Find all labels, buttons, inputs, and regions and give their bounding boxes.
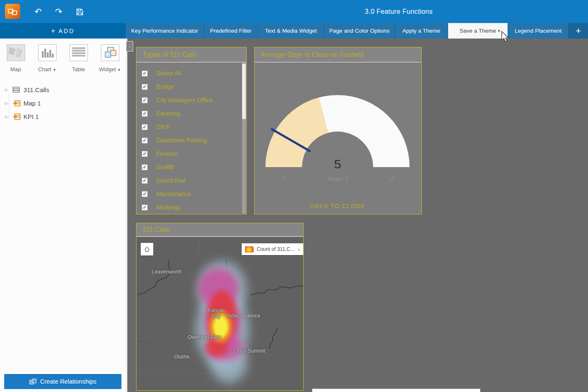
- undo-icon[interactable]: ↶: [31, 5, 45, 18]
- filter-item-markings[interactable]: ✓Markings: [137, 201, 242, 214]
- save-icon[interactable]: [73, 5, 86, 18]
- table-thumbnail: [70, 44, 88, 61]
- filter-item-label: Downtown Parking: [156, 137, 207, 144]
- map-element-icon: [13, 100, 23, 106]
- checkbox-checked[interactable]: ✓: [142, 204, 148, 211]
- checkbox-checked[interactable]: ✓: [142, 151, 148, 157]
- filter-item-city-managers-office[interactable]: ✓City Managers Office: [137, 93, 242, 107]
- widget-thumbnail: [101, 44, 119, 61]
- filter-item-maintenance[interactable]: ✓Maintenance: [137, 187, 242, 201]
- expand-arrow-icon[interactable]: ▷: [5, 88, 13, 92]
- checkbox-checked[interactable]: ✓: [142, 84, 148, 90]
- filter-item-graffiti[interactable]: ✓Graffiti: [137, 160, 242, 174]
- city-label-leavenworth: Leavenworth: [152, 269, 182, 275]
- filter-item-cleaning[interactable]: ✓Cleaning: [137, 107, 242, 120]
- tab-label: Page and Color Options: [329, 28, 389, 34]
- collapse-sidebar-button[interactable]: ‹: [126, 41, 133, 52]
- map-legend-toggle[interactable]: Count of 311.C... ›: [242, 243, 303, 255]
- tab-page-and-color-options[interactable]: Page and Color Options: [324, 23, 395, 39]
- relationships-icon: [29, 379, 36, 385]
- legend-label: Count of 311.C...: [257, 246, 295, 252]
- checkbox-checked[interactable]: ✓: [142, 191, 148, 197]
- create-relationships-button[interactable]: Create Relationships: [4, 374, 121, 389]
- home-button[interactable]: [141, 243, 153, 255]
- tree-item-label: 311.Calls: [23, 86, 49, 93]
- chevron-down-icon: ▼: [117, 68, 121, 72]
- tool-table[interactable]: Table: [65, 44, 92, 78]
- add-label: ADD: [59, 28, 75, 34]
- toolbar-tabs: Key Performance IndicatorPredefined Filt…: [126, 23, 588, 39]
- tool-label: Widget▼: [97, 66, 124, 72]
- tab-label: +: [576, 26, 581, 36]
- filter-item-label: Select All: [156, 70, 181, 77]
- toolbar-add-tab[interactable]: +: [569, 23, 588, 39]
- home-icon: [144, 246, 150, 253]
- filter-scrollbar-thumb[interactable]: [242, 64, 246, 119]
- tree-item-kpi-1[interactable]: ▷KPI 1: [0, 110, 126, 123]
- filter-item-downtown-parking[interactable]: ✓Downtown Parking: [137, 134, 242, 147]
- app-window: ↶ ↷ 3.0 Feature Functions + ADD Key Perf…: [0, 0, 588, 392]
- gauge-panel-title: Average Days to Close an Incident: [260, 51, 364, 59]
- filter-panel-title: Types of 311 Calls: [142, 51, 197, 59]
- checkbox-checked[interactable]: ✓: [142, 97, 148, 103]
- tree-connector: [9, 93, 9, 121]
- tree-item-311-calls[interactable]: ▷311.Calls: [0, 83, 126, 96]
- filter-item-bridge[interactable]: ✓Bridge: [137, 80, 242, 93]
- incoming-widget-edge: [312, 389, 480, 392]
- gauge-widget-panel[interactable]: Average Days to Close an Incident 5 0 Ta…: [254, 47, 422, 214]
- heatmap-legend-icon: [245, 246, 254, 253]
- filter-item-label: Cleaning: [156, 110, 180, 117]
- map-view[interactable]: LeavenworthKansas CityIndependenceOverla…: [137, 237, 303, 390]
- map-panel-title: 311 Calls: [142, 226, 170, 234]
- filter-item-label: Finance: [156, 150, 178, 157]
- tool-widget[interactable]: Widget▼: [97, 44, 124, 78]
- tab-save-a-theme[interactable]: Save a Theme▼: [448, 23, 508, 39]
- tab-text-media-widget[interactable]: Text & Media Widget: [258, 23, 324, 39]
- tab-label: Predefined Filter: [210, 28, 251, 34]
- tab-predefined-filter[interactable]: Predefined Filter: [204, 23, 258, 39]
- element-tools: MapChart▼TableWidget▼: [0, 44, 126, 78]
- checkbox-checked[interactable]: ✓: [142, 111, 148, 117]
- tree-item-label: KPI 1: [23, 113, 39, 120]
- top-bar: ↶ ↷ 3.0 Feature Functions: [0, 0, 588, 23]
- tree-item-map-1[interactable]: ▷Map 1: [0, 96, 126, 110]
- kpi-element-icon: [13, 113, 23, 120]
- checkbox-checked[interactable]: ✓: [142, 70, 148, 77]
- filter-item-select-all[interactable]: ✓Select All: [137, 67, 242, 80]
- checkbox-checked[interactable]: ✓: [142, 124, 148, 130]
- app-logo-icon: [5, 4, 20, 19]
- sidebar: MapChart▼TableWidget▼ ▷311.Calls▷Map 1▷K…: [0, 39, 126, 392]
- tab-legend-placement[interactable]: Legend Placement: [508, 23, 569, 39]
- tool-map[interactable]: Map: [3, 44, 29, 78]
- checkbox-checked[interactable]: ✓: [142, 178, 148, 184]
- filter-scrollbar[interactable]: [242, 63, 246, 214]
- tab-label: Legend Placement: [515, 28, 562, 34]
- city-label-olathe: Olathe: [174, 354, 190, 360]
- map-thumbnail: [7, 44, 25, 61]
- filter-item-label: Graffiti: [156, 164, 174, 170]
- tab-key-performance-indicator[interactable]: Key Performance Indicator: [126, 23, 204, 39]
- filter-item-ditch[interactable]: ✓Ditch: [137, 120, 242, 134]
- bar-chart-thumbnail: [38, 44, 57, 61]
- tree-item-label: Map 1: [23, 100, 41, 107]
- page-title: 3.0 Feature Functions: [294, 0, 503, 23]
- chevron-right-icon: ›: [298, 246, 300, 253]
- tab-apply-a-theme[interactable]: Apply a Theme: [395, 23, 448, 39]
- redo-icon[interactable]: ↷: [52, 5, 65, 18]
- tool-chart[interactable]: Chart▼: [34, 44, 61, 78]
- add-button[interactable]: + ADD: [0, 23, 126, 39]
- checkbox-checked[interactable]: ✓: [142, 137, 148, 144]
- dashboard-canvas[interactable]: ‹ Types of 311 Calls ✓Select All✓Bridge✓…: [127, 39, 588, 392]
- map-widget-panel[interactable]: 311 Calls: [136, 223, 304, 391]
- checkbox-checked[interactable]: ✓: [142, 164, 148, 170]
- chevron-down-icon: ▼: [497, 29, 501, 33]
- filter-item-guard-rail[interactable]: ✓Guard Rail: [137, 174, 242, 187]
- tab-label: Save a Theme: [459, 28, 496, 34]
- city-label-lee-s-summit: Lee's Summit: [234, 348, 265, 354]
- filter-item-label: Markings: [156, 204, 181, 211]
- gauge-panel-header: Average Days to Close an Incident: [255, 47, 421, 62]
- tool-label: Map: [3, 66, 29, 72]
- gauge-value: 5: [255, 157, 420, 171]
- filter-widget-panel[interactable]: Types of 311 Calls ✓Select All✓Bridge✓Ci…: [136, 47, 247, 214]
- filter-item-finance[interactable]: ✓Finance: [137, 147, 242, 160]
